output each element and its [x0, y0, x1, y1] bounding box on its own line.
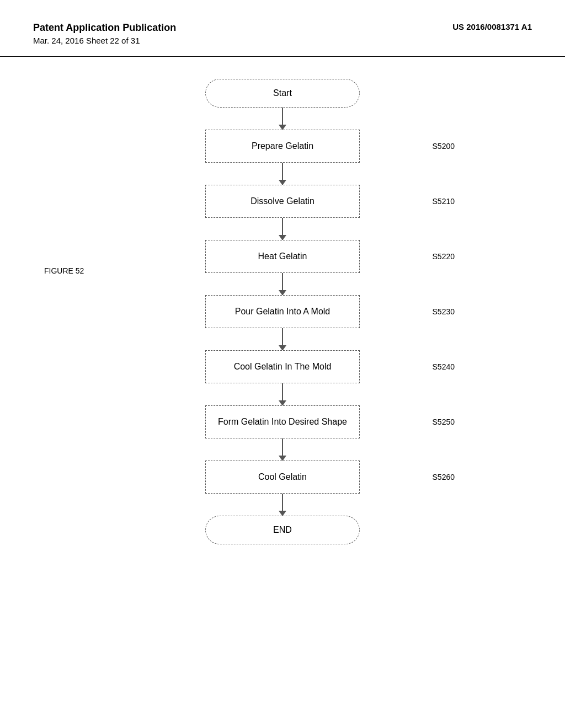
step-label-s5200: S5200: [433, 142, 455, 151]
node-s5250-container: Form Gelatin Into Desired Shape S5250: [0, 405, 565, 438]
arrow-4: [282, 273, 283, 295]
arrow-8: [282, 494, 283, 516]
step-label-s5250: S5250: [433, 417, 455, 426]
node-s5200-container: Prepare Gelatin S5200: [0, 130, 565, 163]
header-left: Patent Application Publication Mar. 24, …: [33, 22, 176, 45]
publication-title: Patent Application Publication: [33, 22, 176, 34]
header-right: US 2016/0081371 A1: [452, 22, 532, 32]
arrow-2: [282, 163, 283, 185]
node-s5210: Dissolve Gelatin: [205, 185, 360, 218]
publication-date: Mar. 24, 2016 Sheet 22 of 31: [33, 36, 176, 45]
arrow-3: [282, 218, 283, 240]
flowchart: Start Prepare Gelatin S5200 Dissolve Gel…: [0, 79, 565, 544]
page-header: Patent Application Publication Mar. 24, …: [0, 0, 565, 57]
node-s5210-container: Dissolve Gelatin S5210: [0, 185, 565, 218]
step-label-s5210: S5210: [433, 197, 455, 206]
node-s5260-container: Cool Gelatin S5260: [0, 461, 565, 494]
step-label-s5260: S5260: [433, 473, 455, 481]
arrow-5: [282, 328, 283, 350]
node-s5260: Cool Gelatin: [205, 461, 360, 494]
node-s5200: Prepare Gelatin: [205, 130, 360, 163]
patent-number: US 2016/0081371 A1: [452, 22, 532, 31]
start-node-container: Start: [0, 79, 565, 108]
node-s5240: Cool Gelatin In The Mold: [205, 350, 360, 383]
start-node: Start: [205, 79, 360, 108]
node-s5230: Pour Gelatin Into A Mold: [205, 295, 360, 328]
end-node-container: END: [0, 516, 565, 544]
node-s5240-container: Cool Gelatin In The Mold S5240: [0, 350, 565, 383]
arrow-7: [282, 438, 283, 461]
node-s5220: Heat Gelatin: [205, 240, 360, 273]
arrow-6: [282, 383, 283, 405]
main-content: FIGURE 52 Start Prepare Gelatin S5200 Di…: [0, 57, 565, 566]
step-label-s5230: S5230: [433, 307, 455, 316]
node-s5230-container: Pour Gelatin Into A Mold S5230: [0, 295, 565, 328]
arrow-1: [282, 108, 283, 130]
step-label-s5220: S5220: [433, 252, 455, 261]
node-s5220-container: Heat Gelatin S5220: [0, 240, 565, 273]
node-s5250: Form Gelatin Into Desired Shape: [205, 405, 360, 438]
step-label-s5240: S5240: [433, 362, 455, 371]
end-node: END: [205, 516, 360, 544]
